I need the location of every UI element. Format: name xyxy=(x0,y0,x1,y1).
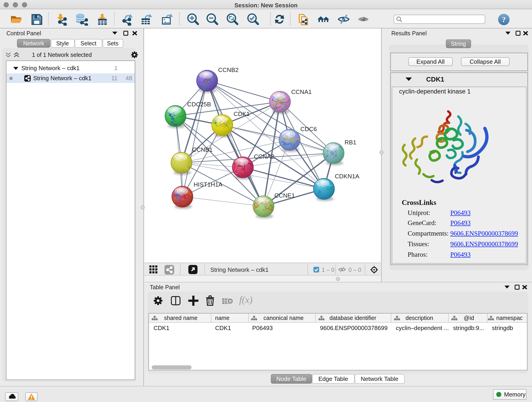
svg-text:CDC25B: CDC25B xyxy=(187,101,211,108)
svg-text:CCNB1: CCNB1 xyxy=(192,146,213,153)
svg-text:CCNB2: CCNB2 xyxy=(218,66,239,73)
svg-text:CDK1: CDK1 xyxy=(234,110,250,117)
svg-text:CCNA1: CCNA1 xyxy=(291,89,312,95)
svg-text:CDC6: CDC6 xyxy=(300,126,317,133)
svg-text:CDKN1A: CDKN1A xyxy=(335,173,359,180)
svg-text:HIST1H1A: HIST1H1A xyxy=(194,181,223,188)
svg-text:?: ? xyxy=(502,15,506,24)
svg-text:CCNA2: CCNA2 xyxy=(254,153,274,160)
svg-text:RB1: RB1 xyxy=(345,139,356,146)
svg-text:CCNE1: CCNE1 xyxy=(274,192,295,199)
